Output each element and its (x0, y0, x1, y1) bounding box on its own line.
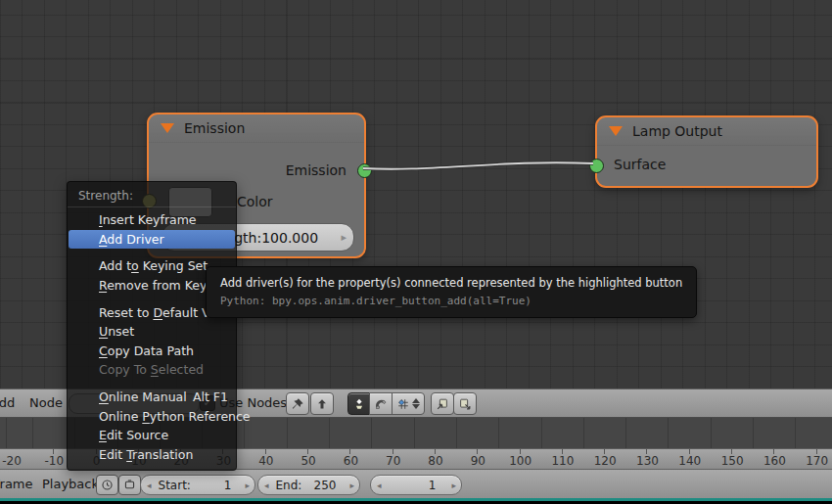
preview-range-button[interactable] (96, 475, 118, 495)
clock-icon (101, 479, 114, 491)
node-title: Emission (184, 120, 245, 136)
slider-right-arrow-icon[interactable]: ▸ (341, 231, 347, 244)
ruler-tick-label: 40 (258, 454, 273, 468)
snap-grid-icon (396, 397, 410, 411)
end-frame-field[interactable]: ◂ End: 250 ▸ (257, 475, 360, 495)
collapse-triangle-icon[interactable] (161, 123, 174, 133)
decrement-arrow-icon[interactable]: ◂ (377, 481, 382, 490)
snap-target-icon (352, 397, 366, 411)
ruler-tick-label: 90 (471, 454, 485, 468)
start-frame-field[interactable]: ◂ Start: 1 ▸ (140, 475, 255, 495)
range-icon (123, 479, 136, 491)
strength-value: 100.000 (261, 230, 318, 246)
frame-range-button[interactable] (118, 475, 141, 495)
menu-item-edit-source[interactable]: Edit Source (68, 426, 236, 445)
ruler-tick-label: -10 (44, 454, 64, 468)
paste-nodes-icon (458, 397, 472, 411)
menu-item-shortcut: Alt F1 (193, 389, 228, 404)
ruler-tick-label: 160 (763, 454, 786, 468)
ruler-tick-label: 80 (428, 454, 442, 468)
current-frame-field[interactable]: ◂ 1 ▸ (370, 475, 462, 495)
menu-playback[interactable]: Playback (42, 477, 99, 491)
snap-element-dropdown[interactable] (392, 392, 425, 415)
collapse-triangle-icon[interactable] (609, 126, 623, 136)
paste-nodes-button[interactable] (453, 392, 477, 415)
pin-button[interactable] (286, 392, 309, 415)
ruler-tick-label: 50 (300, 454, 315, 468)
snap-target-button[interactable] (347, 392, 371, 415)
pin-icon (291, 397, 304, 411)
menu-item-label: Copy Data Path (99, 344, 194, 358)
parent-tree-icon (315, 397, 329, 411)
menu-item-edit-translation[interactable]: Edit Translation (68, 445, 236, 465)
context-menu-title: Strength: (68, 186, 236, 206)
increment-arrow-icon[interactable]: ▸ (349, 481, 354, 490)
magnet-icon (374, 397, 388, 411)
end-value: 250 (314, 479, 337, 492)
menu-separator (68, 380, 236, 388)
emission-output-label: Emission (286, 162, 347, 178)
menu-frame[interactable]: Frame (0, 477, 33, 491)
tooltip-python-command: Python: bpy.ops.anim.driver_button_add(a… (220, 295, 682, 307)
ruler-tick-label: 120 (594, 454, 617, 468)
timeline-header-bar: Frame Playback ◂ Start: 1 ▸ ◂ End: 250 ▸… (0, 469, 832, 500)
ruler-tick-label: 150 (721, 454, 744, 468)
start-label: Start: (159, 479, 191, 492)
ruler-tick-label: 60 (344, 454, 358, 468)
surface-input-label: Surface (614, 157, 666, 172)
menu-item-add-driver[interactable]: Add Driver (69, 230, 235, 250)
menu-item-label: Copy To Selected (99, 362, 204, 377)
menu-item-label: Add to Keying Set (99, 258, 208, 273)
color-label: Color (237, 194, 273, 209)
menu-item-label: Edit Translation (99, 447, 193, 462)
ruler-tick-label: 130 (636, 454, 659, 468)
context-menu: Strength: Insert KeyframeAdd DriverAdd t… (67, 181, 237, 471)
spinner-arrows-icon[interactable] (412, 398, 420, 409)
ruler-tick-label: -20 (2, 454, 22, 468)
parent-node-tree-button[interactable] (310, 392, 334, 415)
menu-item-label: Edit Source (99, 428, 168, 442)
ruler-tick-label: 70 (386, 454, 400, 468)
menu-node[interactable]: Node (29, 395, 63, 410)
menu-separator (68, 249, 236, 256)
ruler-tick-label: 110 (551, 454, 574, 468)
menu-item-online-python-reference[interactable]: Online Python Reference (68, 406, 236, 426)
menu-item-insert-keyframe[interactable]: Insert Keyframe (68, 210, 236, 230)
menu-item-online-manual[interactable]: Online ManualAlt F1 (68, 388, 236, 407)
menu-item-copy-data-path[interactable]: Copy Data Path (68, 342, 236, 361)
copy-nodes-button[interactable] (431, 392, 454, 415)
lamp-output-node-header[interactable]: Lamp Output (597, 117, 816, 146)
menu-add[interactable]: Add (0, 395, 15, 410)
surface-input-socket[interactable] (589, 159, 604, 173)
current-frame-value: 1 (429, 479, 437, 492)
copy-nodes-icon (436, 397, 449, 411)
start-value: 1 (224, 479, 232, 492)
menu-divider (68, 206, 236, 207)
increment-arrow-icon[interactable]: ▸ (245, 481, 250, 490)
node-title: Lamp Output (632, 123, 722, 139)
ruler-tick-label: 140 (678, 454, 701, 468)
emission-node-header[interactable]: Emission (149, 115, 364, 143)
snap-toggle-button[interactable] (369, 392, 393, 415)
lamp-output-node[interactable]: Lamp Output Surface (595, 115, 818, 188)
menu-item-label: Unset (99, 324, 134, 339)
decrement-arrow-icon[interactable]: ◂ (264, 481, 269, 490)
ruler-tick-label: 170 (806, 454, 828, 468)
menu-item-copy-to-selected: Copy To Selected (68, 360, 236, 380)
emission-output-socket[interactable] (357, 163, 372, 178)
menu-item-label: Add Driver (99, 232, 164, 247)
menu-item-label: Online Python Reference (99, 409, 251, 424)
menu-item-unset[interactable]: Unset (68, 322, 236, 342)
increment-arrow-icon[interactable]: ▸ (451, 481, 456, 490)
decrement-arrow-icon[interactable]: ◂ (147, 481, 152, 490)
tooltip: Add driver(s) for the property(s) connec… (206, 266, 697, 318)
ruler-tick-label: 100 (509, 454, 532, 468)
menu-item-label: Insert Keyframe (99, 212, 197, 227)
end-label: End: (276, 479, 302, 492)
menu-item-label: Online Manual (99, 389, 187, 404)
tooltip-description: Add driver(s) for the property(s) connec… (220, 276, 682, 290)
